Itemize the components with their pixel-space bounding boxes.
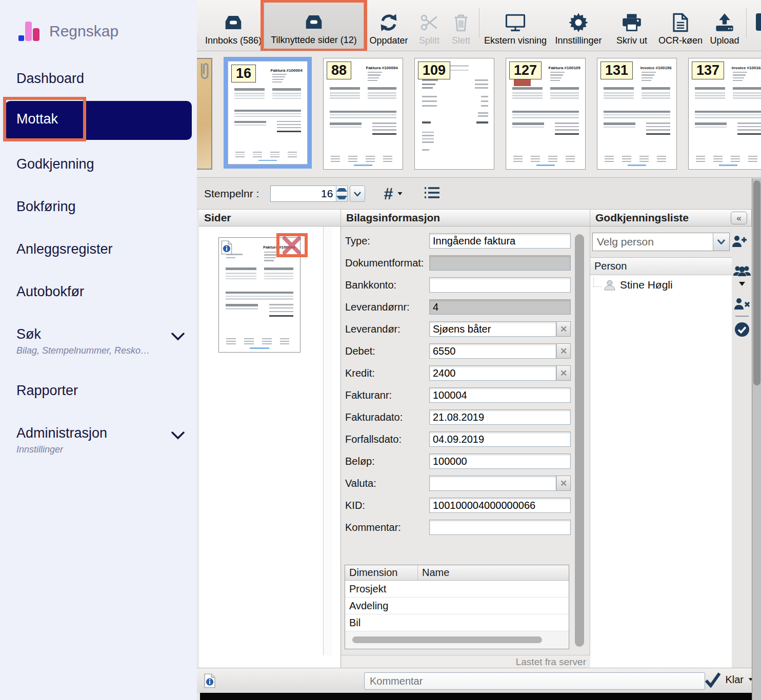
delete-cross-icon[interactable]	[281, 235, 303, 256]
document-thumbnail-16[interactable]: 16Faktura #100004	[228, 61, 308, 164]
field-input-leverandrnr	[429, 299, 571, 315]
list-view-button[interactable]	[424, 186, 440, 201]
field-input-bankkonto[interactable]	[429, 277, 571, 293]
dimension-row-bil[interactable]: Bil	[345, 614, 569, 631]
form-row: Valuta:✕	[345, 476, 571, 491]
sidebar-item-administrasjon[interactable]: Administrasjon	[16, 425, 107, 441]
field-label: Fakturanr:	[345, 389, 429, 401]
toolbar-divider	[479, 8, 479, 38]
toolbar-divider	[746, 8, 747, 38]
sidebar-item-subtitle: Bilag, Stempelnummer, Resko…	[16, 345, 150, 356]
stepper-down-button[interactable]	[336, 194, 347, 201]
sidebar-item-mottak[interactable]: Mottak	[5, 101, 192, 140]
document-thumbnail-88[interactable]: 88Faktura #100094	[323, 58, 403, 170]
toolbar-button-upload[interactable]: Upload	[705, 2, 744, 49]
sidebar-item-bokfring[interactable]: Bokføring	[16, 199, 76, 215]
field-input-fakturanr[interactable]	[429, 387, 571, 403]
field-input-forfallsdato[interactable]	[429, 431, 571, 447]
form-row: Kredit:✕	[345, 365, 571, 381]
field-input-fakturadato[interactable]	[429, 409, 571, 425]
toolbar-button-ekstern-visning[interactable]: Ekstern visning	[482, 2, 549, 49]
ready-button[interactable]: Klar	[705, 671, 754, 688]
field-input-valuta[interactable]	[429, 476, 556, 491]
document-thumbnail-131[interactable]: 131Invoice #100156	[597, 58, 677, 170]
stamp-dropdown-button[interactable]	[350, 186, 365, 202]
dimension-table: DimensionName ProsjektAvdelingBil	[345, 565, 569, 649]
group-dropdown-caret[interactable]	[739, 282, 745, 286]
printer-icon	[622, 10, 642, 35]
person-list-item[interactable]: Stine Høgli	[590, 275, 732, 295]
field-label: Fakturadato:	[345, 411, 429, 423]
field-label: KID:	[345, 500, 429, 511]
chevron-down-icon[interactable]	[171, 333, 185, 341]
toolbar-button-label: Innboks (586)	[205, 35, 262, 46]
field-input-debet[interactable]	[429, 343, 556, 359]
toolbar-button-ocr-k-en[interactable]: OCR-køen	[656, 2, 705, 49]
field-input-kid[interactable]	[429, 498, 571, 513]
toolbar-button-skriv-ut[interactable]: Skriv ut	[608, 2, 656, 49]
window-scrollbar[interactable]	[752, 178, 761, 700]
remove-person-button[interactable]	[734, 297, 750, 311]
sidebar-item-label: Mottak	[16, 111, 58, 127]
stepper-up-button[interactable]	[336, 186, 347, 194]
clear-field-button[interactable]: ✕	[556, 343, 571, 359]
info-button[interactable]	[204, 673, 215, 690]
toolbar-button-innboks-586[interactable]: Innboks (586)	[203, 2, 264, 49]
document-thumbnail-photo[interactable]	[197, 58, 212, 170]
dropdown-button[interactable]	[713, 233, 729, 251]
dimension-row-prosjekt[interactable]: Prosjekt	[345, 581, 569, 598]
sidebar-item-rapporter[interactable]: Rapporter	[16, 383, 78, 399]
field-input-belp[interactable]	[429, 454, 571, 469]
refresh-icon	[379, 10, 398, 35]
document-thumbnail-109[interactable]: 109	[414, 58, 494, 170]
field-label: Beløp:	[345, 456, 429, 467]
toolbar-button-slett[interactable]: Slett	[445, 2, 477, 49]
number-filter-button[interactable]: #	[384, 184, 403, 203]
field-input-type[interactable]	[429, 233, 571, 249]
clear-field-button[interactable]: ✕	[556, 365, 571, 381]
comment-input[interactable]	[364, 672, 705, 690]
toolbar-button-splitt[interactable]: Splitt	[413, 2, 445, 49]
approval-panel: Velg person P	[590, 227, 752, 668]
toolbar-button-oppdater[interactable]: Oppdater	[364, 2, 413, 49]
clear-field-button[interactable]: ✕	[556, 476, 571, 491]
add-person-button[interactable]	[731, 235, 748, 248]
app-window: Regnskap Mottak DashboardGodkjenningBokf…	[0, 0, 761, 700]
invoice-title: Invoice #100156	[640, 66, 672, 70]
approve-button[interactable]	[734, 322, 750, 337]
bilagsinfo-panel-title: Bilagsinformasjon	[346, 212, 440, 224]
sider-scrollbar[interactable]	[323, 227, 332, 655]
sidebar-item-dashboard[interactable]: Dashboard	[16, 71, 84, 87]
stamp-number-badge: 109	[418, 61, 450, 79]
sidebar-item-godkjenning[interactable]: Godkjenning	[16, 156, 94, 172]
person-icon	[604, 279, 616, 291]
chevron-down-icon	[354, 192, 361, 196]
trash-icon	[453, 10, 469, 35]
horizontal-scrollbar[interactable]	[352, 636, 542, 643]
add-group-button[interactable]	[733, 264, 751, 278]
collapse-panel-button[interactable]: «	[731, 212, 747, 224]
field-input-kommentar[interactable]	[429, 520, 571, 535]
sidebar-item-autobokfr[interactable]: Autobokfør	[16, 284, 84, 300]
chevron-down-icon[interactable]	[171, 431, 185, 440]
select-person-placeholder: Velg person	[593, 236, 713, 248]
stamp-number-badge: 127	[509, 61, 542, 79]
dimension-column-header: Name	[418, 565, 449, 580]
document-thumbnail-137[interactable]: 137Invoice #100164	[688, 58, 761, 170]
toolbar-button-innstillinger[interactable]: Innstillinger	[549, 2, 608, 49]
field-input-leverandr[interactable]	[429, 321, 556, 337]
sidebar-item-anleggsregister[interactable]: Anleggsregister	[16, 241, 113, 257]
clear-field-button[interactable]: ✕	[556, 321, 571, 337]
field-input-kredit[interactable]	[429, 365, 556, 381]
sidebar-item-sk[interactable]: Søk	[16, 326, 41, 342]
select-person-dropdown[interactable]: Velg person	[592, 233, 730, 251]
partial-toolbar-icon[interactable]	[756, 13, 761, 31]
dimension-row-avdeling[interactable]: Avdeling	[345, 598, 569, 614]
split-icon	[420, 10, 438, 35]
document-thumbnail-127[interactable]: 127Faktura #100105	[506, 58, 586, 170]
toolbar-button-tilknyttede-sider-12[interactable]: Tilknyttede sider (12)	[264, 2, 364, 49]
list-icon	[424, 186, 440, 199]
bilagsinfo-scrollbar[interactable]	[575, 234, 584, 647]
stamp-number-input[interactable]	[270, 186, 336, 202]
dimension-table-header: DimensionName	[345, 565, 569, 581]
